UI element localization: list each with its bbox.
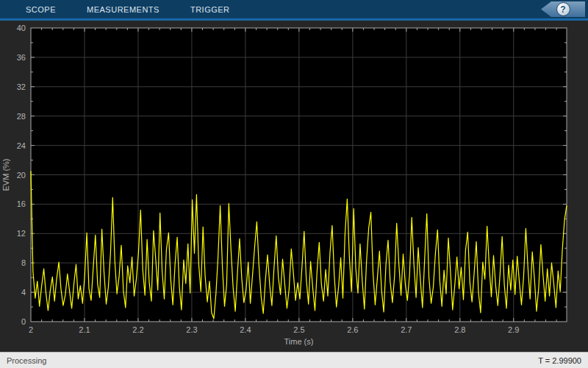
svg-text:2.8: 2.8 [454,325,465,334]
svg-text:36: 36 [17,53,26,62]
svg-text:4: 4 [21,288,26,297]
scope-window: SCOPE MEASUREMENTS TRIGGER ? 22.12.22.32… [0,0,588,368]
svg-text:2.2: 2.2 [132,325,143,334]
svg-text:2.3: 2.3 [186,325,197,334]
svg-text:2.4: 2.4 [240,325,251,334]
tab-scope[interactable]: SCOPE [26,5,56,14]
toolbar: SCOPE MEASUREMENTS TRIGGER ? [0,0,588,18]
svg-text:32: 32 [17,82,26,91]
help-chevron: ? [541,1,585,17]
svg-text:Time (s): Time (s) [284,337,314,346]
svg-text:2.7: 2.7 [401,325,412,334]
svg-text:12: 12 [17,229,26,238]
svg-text:8: 8 [21,258,26,267]
evm-time-plot: 22.12.22.32.42.52.62.72.82.9048121620242… [0,21,588,352]
question-mark-icon[interactable]: ? [556,2,570,16]
svg-text:2.1: 2.1 [79,325,90,334]
svg-text:2.9: 2.9 [508,325,519,334]
svg-text:2: 2 [29,325,33,334]
svg-text:28: 28 [17,112,26,121]
svg-text:16: 16 [17,199,26,208]
svg-text:2.6: 2.6 [347,325,358,334]
toolbar-tabs: SCOPE MEASUREMENTS TRIGGER [0,5,230,14]
tab-trigger[interactable]: TRIGGER [190,5,230,14]
simulation-time: T = 2.99900 [538,356,581,365]
svg-text:24: 24 [17,141,26,150]
status-bar: Processing T = 2.99900 [0,352,588,368]
tab-measurements[interactable]: MEASUREMENTS [87,5,159,14]
svg-text:2.5: 2.5 [293,325,304,334]
svg-text:0: 0 [21,317,26,326]
svg-text:EVM (%): EVM (%) [1,159,10,191]
svg-text:40: 40 [17,24,26,32]
svg-text:20: 20 [17,171,26,180]
scope-display[interactable]: 22.12.22.32.42.52.62.72.82.9048121620242… [0,21,588,352]
status-message: Processing [7,356,46,365]
